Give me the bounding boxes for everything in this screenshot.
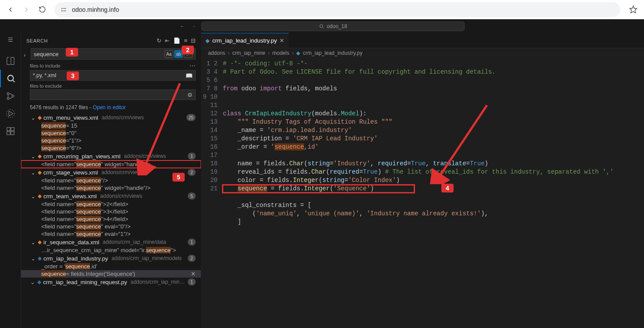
svg-marker-12	[9, 111, 13, 116]
scm-tab[interactable]	[0, 87, 21, 105]
files-include-input[interactable]	[33, 72, 186, 78]
editor-area: ◆ crm_iap_lead_industry.py ✕ addons› crm…	[201, 19, 644, 328]
site-settings-icon[interactable]	[61, 6, 68, 13]
command-center-text: odoo_18	[327, 23, 347, 29]
forward-button[interactable]	[19, 3, 33, 17]
clear-icon[interactable]: ⇤	[165, 37, 170, 44]
explorer-tab[interactable]	[0, 52, 21, 70]
address-bar[interactable]: odoo.minhng.info	[54, 2, 620, 17]
tab-label: crm_iap_lead_industry.py	[212, 37, 277, 44]
result-file[interactable]: ⌄◆crm_recurring_plan_views.xmladdons/crm…	[21, 152, 201, 160]
vscode-titlebar: ← → odoo_18	[0, 19, 644, 33]
svg-point-9	[7, 93, 9, 95]
files-exclude-input[interactable]	[33, 92, 187, 98]
result-match[interactable]: _order = 'sequence,id'	[21, 263, 201, 270]
code-editor[interactable]: 1 2 3 4 5 6 7 8 9 10 11 12 13 14 15 16 1…	[201, 58, 644, 328]
search-input[interactable]	[34, 51, 164, 57]
svg-point-5	[320, 25, 323, 28]
svg-line-6	[322, 27, 323, 28]
new-file-icon[interactable]: 📄	[173, 37, 180, 44]
result-file[interactable]: ⌄◆crm_iap_lead_mining_request.pyaddons/c…	[21, 278, 201, 286]
toggle-replace-icon[interactable]: ›	[24, 48, 29, 60]
panel-title: SEARCH	[26, 38, 48, 43]
regex-button[interactable]: .*	[184, 50, 193, 58]
result-match[interactable]: <field name="sequence" eval="1"/>	[21, 230, 201, 238]
result-match[interactable]: …ir_sequence_crm_iap_mine" model="ir.seq…	[21, 246, 201, 254]
exclude-settings-icon[interactable]: ⚙	[187, 92, 193, 98]
command-center[interactable]: odoo_18	[201, 21, 465, 31]
view-tree-icon[interactable]: ≡	[184, 37, 187, 44]
results-summary: 5476 results in 1247 files - Open in edi…	[30, 104, 196, 111]
close-icon[interactable]: ✕	[191, 271, 196, 277]
result-file[interactable]: ⌄◆crm_iap_lead_industry.pyaddons/crm_iap…	[21, 254, 201, 263]
back-button[interactable]	[4, 3, 18, 17]
book-icon[interactable]: 📖	[186, 72, 193, 79]
breadcrumbs[interactable]: addons› crm_iap_mine› models› ◆crm_iap_l…	[201, 48, 644, 58]
result-match[interactable]: sequence="1"/>	[21, 137, 201, 144]
extensions-tab[interactable]	[0, 122, 21, 140]
close-icon[interactable]: ✕	[279, 37, 284, 44]
files-exclude-label: files to exclude	[30, 83, 62, 89]
code-content[interactable]: # -*- coding: utf-8 -*- # Part of Odoo. …	[223, 58, 644, 328]
result-file[interactable]: ⌄◆crm_team_views.xmladdons/crm/views5	[21, 192, 201, 200]
result-match[interactable]: <field name="sequence">2</field>	[21, 200, 201, 208]
result-match[interactable]: <field name="sequence" widget="handle"/>	[21, 184, 201, 192]
result-match[interactable]: <field name="sequence">3</field>	[21, 208, 201, 215]
browser-toolbar: odoo.minhng.info	[0, 0, 644, 19]
collapse-all-icon[interactable]: ⊟	[191, 37, 196, 44]
result-file[interactable]: ⌄◆crm_stage_views.xmladdons/crm/views2	[21, 168, 201, 177]
bookmark-button[interactable]	[626, 2, 640, 17]
result-file[interactable]: ⌄◆crm_menu_views.xmladdons/crm/views25	[21, 113, 201, 122]
svg-line-8	[13, 81, 14, 82]
search-tab[interactable]	[0, 70, 21, 87]
result-match[interactable]: <field name="sequence" widget="handle"/>	[21, 160, 201, 168]
tabs-row: ◆ crm_iap_lead_industry.py ✕	[201, 33, 644, 48]
activity-bar: ☰	[0, 19, 21, 328]
svg-point-11	[12, 95, 14, 97]
result-match[interactable]: sequence="6"/>	[21, 144, 201, 152]
svg-rect-14	[7, 128, 10, 131]
result-match[interactable]: <field name="sequence">4</field>	[21, 215, 201, 223]
reload-button[interactable]	[35, 3, 49, 17]
svg-rect-15	[11, 128, 14, 131]
python-icon: ◆	[205, 37, 210, 44]
result-match[interactable]: <field name="sequence"/>	[21, 177, 201, 184]
svg-marker-4	[630, 6, 637, 13]
whole-word-button[interactable]: ab	[174, 50, 183, 58]
title-nav: ← →	[179, 23, 196, 29]
title-forward-icon[interactable]: →	[190, 23, 196, 29]
title-back-icon[interactable]: ←	[179, 23, 185, 29]
svg-point-1	[62, 11, 62, 11]
menu-button[interactable]: ☰	[8, 36, 13, 47]
url-text: odoo.minhng.info	[72, 6, 119, 13]
refresh-icon[interactable]: ↻	[157, 37, 161, 44]
debug-tab[interactable]	[0, 105, 21, 122]
more-options-icon[interactable]: ⋯	[190, 62, 196, 69]
result-match[interactable]: sequence="0"	[21, 129, 201, 137]
svg-point-10	[7, 97, 9, 100]
open-in-editor-link[interactable]: Open in editor	[93, 104, 125, 111]
svg-point-7	[7, 75, 13, 81]
svg-rect-16	[7, 132, 10, 135]
search-icon	[319, 24, 324, 29]
match-case-button[interactable]: Aa	[165, 50, 173, 58]
result-file[interactable]: ⌄◆ir_sequence_data.xmladdons/crm_iap_min…	[21, 238, 201, 246]
files-include-label: files to include	[30, 63, 61, 68]
result-match[interactable]: sequence= 15	[21, 122, 201, 129]
editor-tab[interactable]: ◆ crm_iap_lead_industry.py ✕	[201, 33, 289, 48]
result-match[interactable]: <field name="sequence" eval="0"/>	[21, 223, 201, 230]
svg-rect-17	[11, 132, 14, 135]
line-gutter: 1 2 3 4 5 6 7 8 9 10 11 12 13 14 15 16 1…	[201, 58, 223, 328]
result-match[interactable]: sequence = fields.Integer('Sequence')✕	[21, 270, 201, 278]
search-panel: SEARCH ↻ ⇤ 📄 ≡ ⊟ › Aa ab .* files to inc…	[21, 19, 201, 328]
results-tree: ⌄◆crm_menu_views.xmladdons/crm/views25 s…	[21, 113, 201, 328]
svg-point-0	[62, 8, 62, 8]
